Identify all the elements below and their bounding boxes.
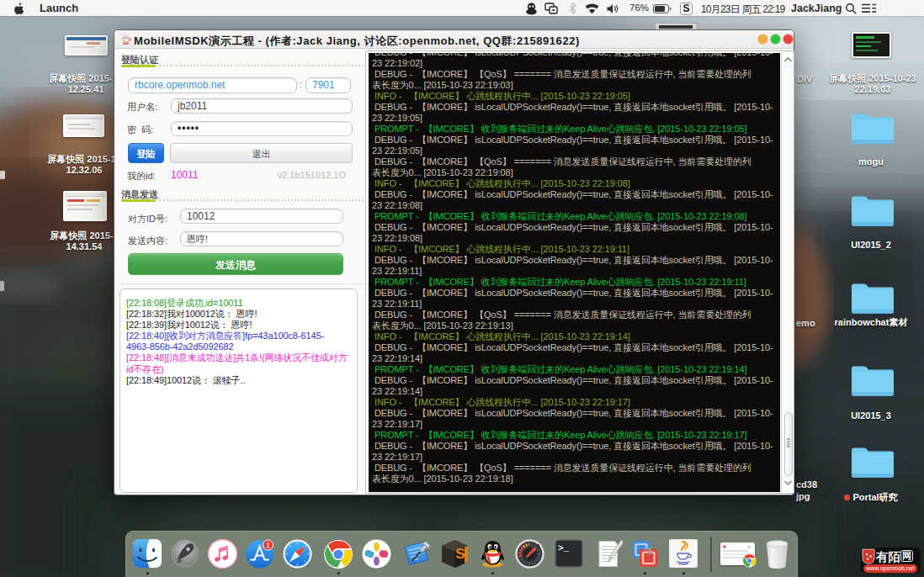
svg-text:S: S (455, 546, 465, 562)
svg-text:>_: >_ (558, 543, 570, 553)
svg-text:1: 1 (266, 541, 270, 549)
